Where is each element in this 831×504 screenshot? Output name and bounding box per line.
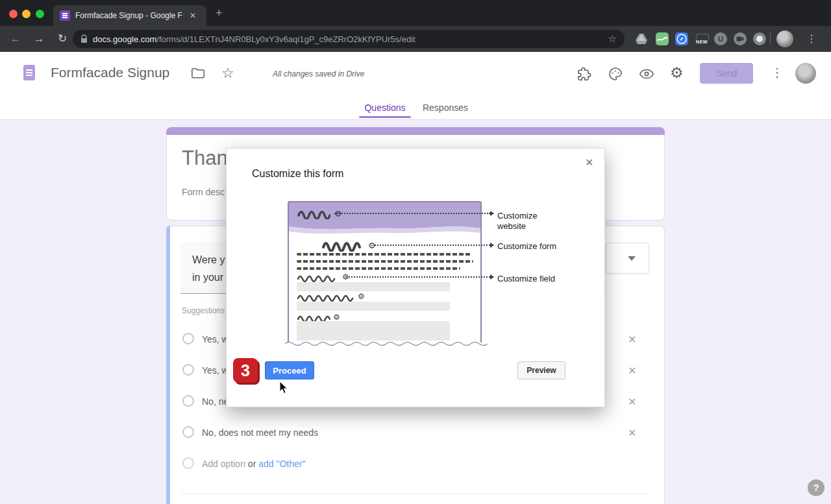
- tab-questions[interactable]: Questions: [359, 102, 411, 113]
- remove-option-icon[interactable]: ✕: [628, 396, 636, 408]
- scribble-form-title: [321, 240, 363, 252]
- window-close-button[interactable]: [9, 10, 18, 18]
- account-avatar[interactable]: [795, 63, 816, 84]
- help-button[interactable]: ?: [808, 479, 825, 496]
- save-status: All changes saved in Drive: [273, 69, 364, 78]
- form-menu-icon[interactable]: ⋮: [771, 66, 783, 80]
- option-label[interactable]: No, ne: [202, 396, 229, 407]
- tab-close-icon[interactable]: ✕: [190, 11, 196, 20]
- mockup-input-bar: [297, 302, 450, 311]
- url-domain: docs.google.com: [93, 34, 156, 44]
- new-tab-button[interactable]: +: [216, 6, 223, 19]
- camera-extension-icon[interactable]: [734, 32, 747, 45]
- forms-header: [0, 52, 831, 120]
- new-extension-icon[interactable]: NEW: [693, 32, 710, 45]
- callout-customize-website: Customize website: [497, 211, 557, 232]
- callout-line-field: [345, 276, 490, 278]
- option-label[interactable]: Yes, w: [202, 334, 229, 344]
- question-selected-accent: [166, 226, 170, 504]
- addons-puzzle-icon[interactable]: [577, 66, 592, 82]
- theme-palette-icon[interactable]: [608, 66, 623, 82]
- mockup-field-gear-icon: ⚙: [358, 293, 365, 301]
- star-form-icon[interactable]: ☆: [221, 65, 234, 82]
- mouse-cursor: [279, 381, 288, 394]
- form-header-accent-bar: [166, 127, 665, 135]
- mail-extension-icon[interactable]: [656, 32, 669, 45]
- scribble-paragraph: [297, 253, 472, 256]
- toolbar-divider: [770, 32, 771, 45]
- dialog-close-icon[interactable]: ✕: [585, 156, 593, 169]
- scribble-field-label: [297, 274, 337, 282]
- preview-button[interactable]: Preview: [517, 361, 565, 379]
- window-zoom-button[interactable]: [36, 10, 44, 18]
- option-radio[interactable]: [182, 364, 194, 376]
- mockup-textarea-box: [297, 321, 450, 341]
- tab-questions-underline: [359, 116, 411, 118]
- browser-menu-icon[interactable]: ⋮: [806, 31, 817, 47]
- add-option-label[interactable]: Add option: [202, 459, 245, 469]
- browser-profile-avatar[interactable]: [776, 30, 793, 47]
- suggestions-label: Suggestions: [182, 306, 225, 315]
- settings-gear-icon[interactable]: ⚙: [670, 64, 684, 82]
- scribble-field-label: [297, 294, 354, 302]
- callout-customize-field: Customize field: [497, 274, 557, 284]
- scribble-paragraph: [297, 267, 460, 270]
- add-option-radio: [182, 457, 194, 469]
- remove-option-icon[interactable]: ✕: [628, 333, 636, 346]
- form-card-description[interactable]: Form desc: [182, 187, 225, 197]
- mockup-input-bar: [297, 282, 450, 291]
- record-extension-icon[interactable]: [753, 32, 766, 45]
- option-radio[interactable]: [182, 333, 194, 344]
- question-title-line1: Were y: [192, 254, 225, 265]
- drive-extension-icon[interactable]: [635, 32, 648, 45]
- arrow-right-icon: [490, 274, 494, 280]
- form-card-title[interactable]: Than: [182, 147, 228, 170]
- form-title[interactable]: Formfacade Signup: [51, 65, 169, 80]
- forms-doc-icon[interactable]: [23, 65, 35, 80]
- option-radio[interactable]: [182, 395, 194, 407]
- callout-customize-form: Customize form: [497, 241, 557, 252]
- lock-icon: [81, 34, 88, 43]
- proceed-button[interactable]: Proceed: [265, 361, 314, 379]
- move-folder-icon[interactable]: [191, 67, 205, 79]
- back-icon[interactable]: ←: [8, 31, 23, 47]
- option-label[interactable]: No, does not meet my needs: [202, 427, 318, 438]
- or-label: or: [248, 459, 256, 469]
- address-bar[interactable]: docs.google.com/forms/d/1LEXTnJ4NR0BLy0x…: [73, 30, 625, 48]
- mockup-torn-edge: [285, 340, 488, 348]
- option-radio[interactable]: [182, 426, 194, 438]
- tab-responses[interactable]: Responses: [422, 102, 469, 113]
- question-card-divider: [180, 494, 651, 494]
- forms-favicon-icon: [60, 10, 70, 21]
- compass-extension-icon[interactable]: [675, 32, 688, 45]
- form-mockup-illustration: ⚙ ⚙ ⚙ ⚙ ⚙: [288, 201, 482, 342]
- url-text: docs.google.com/forms/d/1LEXTnJ4NR0BLy0x…: [93, 34, 603, 44]
- browser-tab[interactable]: Formfacade Signup - Google F ✕: [53, 5, 206, 26]
- add-other-link[interactable]: add "Other": [258, 459, 305, 469]
- send-button[interactable]: Send: [700, 63, 753, 84]
- dialog-title: Customize this form: [252, 168, 343, 180]
- callout-line-form: [375, 245, 490, 246]
- remove-option-icon[interactable]: ✕: [628, 427, 636, 439]
- question-title-line2: in your: [192, 272, 223, 283]
- remove-option-icon[interactable]: ✕: [628, 365, 636, 377]
- mockup-header-wave: [289, 202, 480, 239]
- preview-eye-icon[interactable]: [639, 66, 654, 82]
- chevron-down-icon: [628, 256, 636, 261]
- scribble-site-title: [297, 209, 330, 219]
- scribble-paragraph: [297, 260, 473, 263]
- bookmark-star-icon[interactable]: ☆: [608, 33, 617, 45]
- step-3-badge: 3: [233, 358, 258, 383]
- window-minimize-button[interactable]: [22, 10, 31, 18]
- u-extension-icon[interactable]: U: [714, 32, 727, 45]
- url-path: /forms/d/1LEXTnJ4NR0BLy0xY3v6aqi1gP_c9eZ…: [156, 34, 415, 44]
- option-label[interactable]: Yes, w: [202, 365, 229, 376]
- add-option-row: Add option or add "Other": [202, 459, 305, 469]
- arrow-right-icon: [490, 211, 494, 216]
- reload-icon[interactable]: ↻: [55, 31, 70, 47]
- forward-icon[interactable]: →: [31, 31, 47, 47]
- arrow-right-icon: [490, 243, 494, 248]
- callout-line-website: [334, 213, 490, 214]
- tab-title: Formfacade Signup - Google F: [75, 11, 186, 20]
